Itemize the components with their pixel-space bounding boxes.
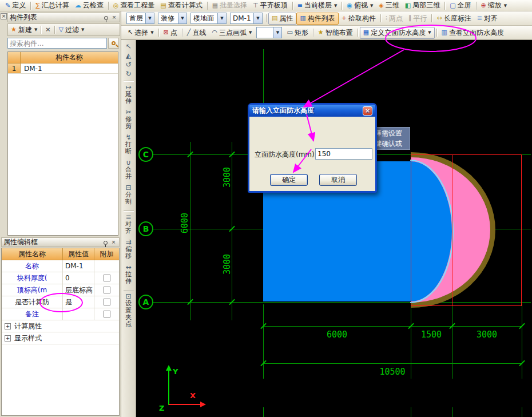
split-tool-button[interactable]: ⊟分割 [122, 184, 136, 205]
fullscreen-button[interactable]: ▢全屏 [447, 0, 474, 11]
dialog-close-button[interactable]: × [363, 106, 372, 116]
formula-icon: ▤ [160, 2, 166, 9]
top-view-button[interactable]: ◉俯视▼ [344, 0, 376, 11]
define-button[interactable]: ✎定义 [2, 0, 29, 11]
close-icon: × [112, 240, 116, 245]
zoom-button[interactable]: ⊕缩放▼ [478, 0, 510, 11]
label: 定义 [12, 1, 26, 10]
expand-icon[interactable]: + [5, 323, 11, 329]
scissors-icon: ✂ [125, 108, 131, 116]
dim-text-vertical: 3000 [222, 160, 231, 194]
pin-icon[interactable] [104, 16, 108, 20]
set-grip-tool-button[interactable]: ⊡设置夹点 [122, 292, 136, 328]
rotate-ccw-tool-button[interactable]: ↺ [122, 61, 136, 69]
label: 两点 [389, 14, 403, 23]
stretch-tool-button[interactable]: ↔拉伸 [122, 263, 136, 285]
length-dimension-button[interactable]: ↔长度标注 [434, 13, 474, 24]
chevron-down-icon: ▼ [150, 30, 153, 35]
property-row-calc-waterproof: 是否计算防 是 [2, 296, 119, 308]
define-waterproof-height-button[interactable]: ▦定义立面防水高度▼ [360, 27, 435, 39]
search-button[interactable] [108, 38, 119, 49]
height-input[interactable] [315, 148, 372, 160]
point-tool-button[interactable]: ⊠点 [161, 27, 180, 38]
element-type-select[interactable]: 楼地面▼ [190, 13, 227, 24]
component-list-button[interactable]: ▥构件列表 [296, 13, 338, 25]
align-tool-button[interactable]: ≡对齐 [122, 213, 136, 235]
trim-tool-button[interactable]: ✂修剪 [122, 108, 136, 130]
rectangle-icon: ▭ [287, 29, 292, 36]
summary-calc-button[interactable]: ∑汇总计算 [33, 0, 72, 11]
close-panel-button[interactable]: × [110, 14, 118, 21]
align-button[interactable]: ≡对齐 [474, 13, 501, 24]
point-icon: ⊠ [164, 29, 169, 36]
align-icon: ≡ [477, 15, 482, 22]
select-tool-button[interactable]: ↖选择▼ [125, 27, 157, 38]
view-waterproof-icon: ▥ [442, 29, 447, 36]
break-tool-button[interactable]: ↯打断 [122, 133, 136, 155]
merge-tool-button[interactable]: ∪合并 [122, 158, 136, 180]
cloud-check-button[interactable]: ☁云检查 [72, 0, 106, 11]
local-three-d-button[interactable]: ◧局部三维 [402, 0, 443, 11]
floor-select[interactable]: 首层▼ [126, 13, 154, 24]
ok-button[interactable]: 确定 [270, 174, 308, 186]
pointer-tool-button[interactable]: ↖ [122, 42, 136, 50]
property-value[interactable]: 0 [63, 272, 94, 284]
property-value[interactable] [63, 308, 94, 320]
component-select[interactable]: DM-1▼ [230, 13, 263, 24]
pick-component-button[interactable]: +拾取构件 [339, 13, 379, 24]
three-d-button[interactable]: ◈三维 [376, 0, 402, 11]
fullscreen-icon: ▢ [450, 2, 455, 9]
current-floor-button[interactable]: ≡当前楼层▼ [295, 0, 340, 11]
quantity-icon: ◎ [113, 2, 119, 9]
smart-layout-button[interactable]: ★智能布置 [315, 27, 356, 38]
property-value[interactable]: 是 [63, 296, 94, 308]
align-slab-top-button[interactable]: ⊤平齐板顶 [250, 0, 291, 11]
label: 俯视 [354, 1, 368, 10]
rectangle-tool-button[interactable]: ▭矩形 [284, 27, 311, 38]
style-select[interactable]: ▼ [256, 27, 282, 38]
separator [358, 29, 358, 37]
property-group-calc[interactable]: + 计算属性 [2, 320, 119, 332]
separator [342, 2, 342, 10]
label: 对齐 [125, 221, 132, 235]
close-panel-button[interactable]: × [110, 239, 117, 246]
properties-button[interactable]: ▤属性 [268, 13, 296, 25]
pin-icon[interactable] [104, 241, 108, 245]
drawing-canvas[interactable]: C B A 3000 6000 3000 6000 1500 3000 1050… [136, 40, 532, 417]
attach-checkbox[interactable] [104, 275, 110, 281]
search-input[interactable] [7, 38, 107, 49]
chevron-down-icon: ▼ [34, 27, 37, 32]
attach-checkbox[interactable] [104, 287, 110, 293]
extend-tool-button[interactable]: ↦延伸 [122, 83, 136, 105]
line-tool-button[interactable]: ╱直线 [184, 27, 209, 38]
category-select[interactable]: 装修▼ [158, 13, 187, 24]
new-component-button[interactable]: ★新建▼ [9, 25, 39, 35]
filter-button[interactable]: ▽过滤▼ [57, 25, 86, 35]
attach-checkbox[interactable] [104, 299, 110, 305]
dialog-title-bar[interactable]: 请输入立面防水高度 × [249, 105, 375, 117]
delete-component-button[interactable]: × [43, 26, 53, 34]
expand-icon[interactable]: + [5, 335, 11, 341]
property-value[interactable]: DM-1 [63, 260, 94, 272]
separator [207, 2, 208, 10]
attach-checkbox[interactable] [104, 311, 110, 317]
offset-tool-button[interactable]: ⇉偏移 [122, 238, 136, 260]
slab-icon: ⊤ [253, 2, 259, 9]
label: 新建 [18, 25, 32, 35]
cancel-button[interactable]: 取消 [319, 174, 357, 186]
property-name: 名称 [2, 260, 63, 272]
dock-close-button[interactable]: × [1, 13, 7, 19]
rotate-cw-tool-button[interactable]: ↻ [122, 70, 136, 78]
panel-title: 构件列表 [10, 13, 103, 22]
group-label: 显示样式 [14, 333, 42, 343]
label: 楼地面 [191, 14, 217, 23]
view-quantity-button[interactable]: ◎查看工程量 [110, 0, 158, 11]
list-item[interactable]: 1 DM-1 [8, 63, 118, 74]
view-waterproof-height-button[interactable]: ▥查看立面防水高度 [439, 27, 507, 38]
property-group-display[interactable]: + 显示样式 [2, 332, 119, 344]
mirror-tool-button[interactable]: ◭ [122, 51, 136, 59]
label: 平行 [413, 14, 427, 23]
three-point-arc-button[interactable]: ◠三点画弧▼ [209, 27, 255, 38]
view-formula-button[interactable]: ▤查看计算式 [157, 0, 205, 11]
property-value[interactable]: 层底标高 [63, 284, 94, 296]
